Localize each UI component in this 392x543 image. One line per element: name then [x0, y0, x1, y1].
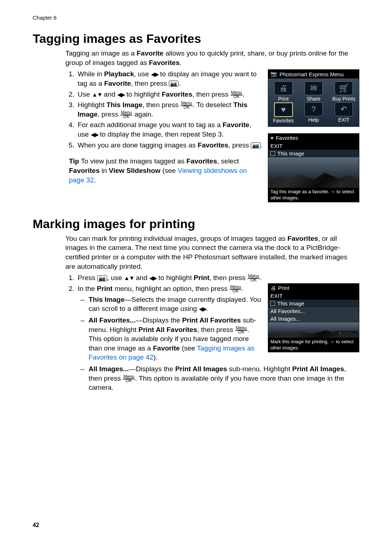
page-number: 42	[33, 522, 39, 528]
text: in	[99, 167, 109, 174]
text-bold: Playback	[104, 70, 134, 78]
heart-icon: ♥	[270, 135, 274, 141]
text: , press	[98, 110, 120, 118]
text: , use	[107, 274, 124, 281]
text: . To deselect	[193, 101, 233, 109]
leftright-icon: ◀▶	[91, 131, 98, 138]
text-bold: Favorites	[69, 167, 99, 174]
text-bold: Favorite	[136, 49, 163, 57]
text: In the	[78, 285, 97, 292]
label: Favorites	[273, 118, 294, 123]
leftright-icon: ◀▶	[199, 306, 206, 312]
leftright-icon: ◀▶	[117, 92, 124, 98]
menu-item-buyprints: 🛒Buy Prints	[329, 81, 359, 102]
photosmart-button-icon: 📷	[169, 81, 179, 87]
text: , then press	[131, 80, 169, 87]
lcd-caption: Tag this image as a favorite. ↔ to selec…	[268, 188, 359, 202]
text: —Displays the	[129, 365, 175, 373]
heading-tagging-favorites: Tagging images as Favorites	[33, 32, 359, 46]
text: Press	[78, 274, 97, 281]
text: , press	[228, 141, 251, 149]
lcd-row-this-image: This Image	[268, 150, 359, 157]
text: Use	[78, 90, 92, 98]
label: Print	[278, 96, 289, 102]
heart-icon: ♥	[274, 102, 293, 117]
text-bold: Print All Favorites	[182, 316, 241, 324]
photosmart-button-icon: 📷	[251, 142, 261, 149]
text: to highlight	[156, 274, 193, 281]
lcd-titlebar: 🖨 Print	[268, 284, 359, 292]
link-page-42[interactable]: on page 42	[117, 353, 153, 361]
step-1: Press 📷, use ▲▼ and ◀▶ to highlight Prin…	[76, 273, 359, 283]
buy-icon: 🛒	[335, 81, 353, 95]
label: EXIT	[338, 117, 350, 123]
text-bold: This Image	[106, 101, 142, 109]
link-viewing-slideshows[interactable]: Viewing slideshows	[178, 167, 237, 174]
menu-ok-icon: MenuOK	[123, 375, 135, 383]
tip-text: Tip To view just the images tagged as Fa…	[69, 157, 263, 185]
text-bold: Favorite	[104, 80, 131, 87]
section2-sublist: This Image—Selects the image currently d…	[78, 295, 359, 392]
text: , then press	[197, 326, 235, 333]
tip-block: Tip To view just the images tagged as Fa…	[65, 157, 263, 185]
text: (see	[180, 344, 197, 352]
text-bold: Print	[194, 274, 209, 281]
text-bold: All Images...	[89, 365, 129, 373]
text: and	[102, 90, 117, 98]
text: , use	[134, 70, 151, 78]
text-bold: Favorites	[198, 141, 228, 149]
text: and	[134, 274, 149, 281]
menu-item-print: 🖨Print	[268, 81, 298, 102]
menu-ok-icon: MenuOK	[248, 274, 260, 282]
checkbox-icon	[270, 151, 275, 156]
text: , select	[217, 157, 239, 165]
text: .	[180, 59, 181, 66]
label: EXIT	[270, 143, 282, 149]
text: Highlight	[78, 101, 106, 109]
text: (see	[160, 167, 178, 174]
menu-ok-icon: MenuOK	[230, 91, 243, 99]
text: For each additional image you want to ta…	[78, 121, 222, 129]
lcd-favorites-menu: ♥ Favorites EXIT This Image ◂1 of 30▸ Ta…	[268, 133, 359, 202]
back-icon: ↶	[335, 102, 353, 116]
image-counter: ◂1 of 30▸	[335, 181, 358, 187]
lcd-title: Photosmart Express Menu	[279, 71, 344, 77]
menu-item-share: ✉Share	[298, 81, 328, 102]
text-bold: Favorite	[153, 344, 180, 352]
photosmart-button-icon: 📷	[97, 275, 107, 281]
text-bold: Favorites	[287, 235, 318, 242]
text: ).	[154, 353, 158, 361]
text: to highlight	[124, 90, 162, 98]
text: again.	[132, 110, 153, 118]
text: , then press	[142, 101, 180, 109]
lcd-titlebar: 📷 Photosmart Express Menu	[268, 70, 359, 78]
text-bold: This Image	[89, 296, 124, 303]
text-bold: Favorites	[149, 59, 179, 66]
tip-label: Tip	[69, 157, 79, 165]
text-bold: Favorites	[187, 157, 217, 165]
menu-item-favorites: ♥Favorites	[268, 102, 298, 123]
menu-item-exit: ↶EXIT	[329, 102, 359, 123]
section1-intro: Tagging an image as a Favorite allows yo…	[65, 49, 356, 67]
print-icon: 🖨	[270, 285, 276, 291]
text: sub-menu. Highlight	[227, 365, 293, 373]
camera-icon: 📷	[270, 71, 277, 77]
menu-item-help: ?Help	[298, 102, 328, 123]
section2-intro: You can mark for printing individual ima…	[65, 234, 356, 271]
updown-icon: ▲▼	[92, 92, 102, 98]
lcd-title: Print	[278, 285, 289, 291]
lcd-image-preview: ◂1 of 30▸	[268, 157, 359, 188]
text: While in	[78, 70, 104, 78]
text: menu, highlight an option, then press	[113, 285, 229, 292]
print-icon: 🖨	[274, 81, 293, 95]
text-bold: Print All Favorites	[138, 326, 197, 333]
text: .	[94, 176, 96, 184]
text-bold: Favorite	[222, 121, 249, 129]
label: This Image	[277, 150, 304, 157]
menu-ok-icon: MenuOK	[120, 111, 132, 119]
menu-ok-icon: MenuOK	[235, 326, 248, 334]
lcd-photosmart-express: 📷 Photosmart Express Menu 🖨Print ✉Share …	[268, 69, 359, 127]
text: —Displays the	[136, 316, 182, 324]
text-bold: Print All Images	[175, 365, 227, 373]
subitem-all-favorites: All Favorites...—Displays the Print All …	[89, 316, 359, 362]
